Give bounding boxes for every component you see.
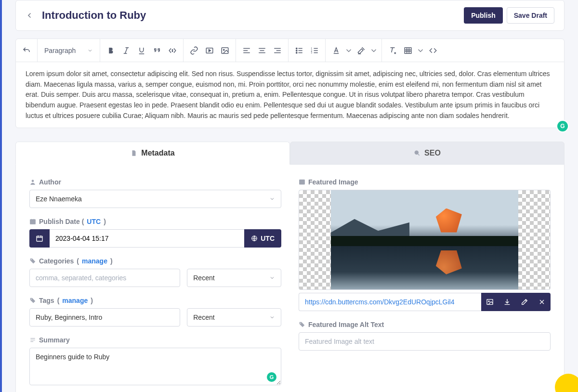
grammarly-icon[interactable]: G bbox=[557, 121, 568, 131]
calendar-button[interactable] bbox=[29, 229, 50, 248]
featured-image-edit-button[interactable] bbox=[516, 293, 533, 311]
clear-format-button[interactable] bbox=[385, 43, 400, 58]
video-button[interactable] bbox=[202, 43, 217, 58]
page-title: Introduction to Ruby bbox=[42, 9, 146, 22]
svg-point-25 bbox=[300, 323, 301, 324]
editor-card: Paragraph 123 bbox=[15, 39, 565, 128]
tags-icon bbox=[29, 258, 36, 264]
categories-input[interactable] bbox=[29, 269, 180, 287]
svg-point-1 bbox=[172, 51, 173, 52]
svg-point-0 bbox=[172, 49, 173, 50]
image-button[interactable] bbox=[218, 43, 232, 58]
utc-link[interactable]: UTC bbox=[87, 218, 101, 225]
publish-date-label: Publish Date ( UTC ) bbox=[29, 218, 281, 225]
svg-rect-13 bbox=[405, 48, 412, 53]
tags-manage-link[interactable]: manage bbox=[62, 297, 88, 304]
header-bar: Introduction to Ruby Publish Save Draft bbox=[15, 0, 565, 31]
publish-date-input[interactable] bbox=[50, 229, 244, 248]
table-button[interactable] bbox=[401, 43, 415, 58]
highlight-button[interactable] bbox=[354, 43, 368, 58]
svg-rect-17 bbox=[37, 236, 42, 242]
svg-point-6 bbox=[296, 50, 297, 51]
block-format-label: Paragraph bbox=[44, 47, 76, 54]
featured-image-label: Featured Image bbox=[299, 178, 551, 186]
svg-text:3: 3 bbox=[311, 52, 313, 54]
italic-button[interactable] bbox=[119, 43, 133, 58]
back-button[interactable] bbox=[26, 12, 33, 19]
editor-toolbar: Paragraph 123 bbox=[16, 39, 564, 62]
source-code-button[interactable] bbox=[426, 43, 440, 58]
tags-input[interactable] bbox=[29, 308, 180, 327]
code-block-button[interactable] bbox=[165, 43, 180, 58]
editor-content-area[interactable]: Lorem ipsum dolor sit amet, consectetur … bbox=[16, 62, 564, 128]
author-value: Eze Nnaemeka bbox=[36, 195, 82, 203]
tab-metadata[interactable]: Metadata bbox=[15, 142, 290, 165]
tags-icon bbox=[29, 297, 36, 304]
svg-point-24 bbox=[488, 301, 489, 302]
text-color-chevron[interactable] bbox=[344, 43, 353, 58]
featured-image-url[interactable]: https://cdn.buttercms.com/Dkvg2EdUROqjpc… bbox=[299, 293, 481, 311]
bold-button[interactable] bbox=[104, 43, 118, 58]
save-draft-button[interactable]: Save Draft bbox=[507, 7, 554, 24]
svg-point-20 bbox=[31, 299, 32, 300]
text-color-button[interactable] bbox=[329, 43, 343, 58]
underline-button[interactable] bbox=[134, 43, 149, 58]
featured-image-alt-input[interactable] bbox=[299, 332, 551, 351]
table-chevron[interactable] bbox=[416, 43, 425, 58]
highlight-chevron[interactable] bbox=[369, 43, 378, 58]
publish-button[interactable]: Publish bbox=[464, 7, 503, 24]
unordered-list-button[interactable] bbox=[292, 43, 306, 58]
tags-label: Tags (manage) bbox=[29, 297, 281, 304]
tab-seo-label: SEO bbox=[424, 149, 441, 157]
link-button[interactable] bbox=[187, 43, 201, 58]
calendar-icon bbox=[29, 218, 36, 225]
featured-image-alt-label: Featured Image Alt Text bbox=[299, 321, 551, 328]
featured-image-download-button[interactable] bbox=[499, 293, 516, 311]
tags-recent-select[interactable]: Recent bbox=[187, 308, 281, 327]
featured-image-replace-button[interactable] bbox=[481, 293, 499, 311]
editor-content-text: Lorem ipsum dolor sit amet, consectetur … bbox=[26, 70, 550, 119]
svg-rect-12 bbox=[358, 53, 361, 54]
search-icon bbox=[414, 150, 420, 157]
summary-label: Summary bbox=[29, 336, 281, 344]
svg-rect-16 bbox=[30, 220, 36, 224]
categories-recent-select[interactable]: Recent bbox=[187, 269, 281, 287]
align-right-button[interactable] bbox=[270, 43, 285, 58]
tab-metadata-label: Metadata bbox=[141, 149, 174, 157]
svg-point-5 bbox=[296, 48, 297, 49]
blockquote-button[interactable] bbox=[150, 43, 164, 58]
file-icon bbox=[131, 150, 137, 157]
image-icon bbox=[299, 179, 305, 185]
svg-point-7 bbox=[296, 52, 297, 53]
svg-point-15 bbox=[32, 180, 34, 183]
categories-label: Categories (manage) bbox=[29, 257, 281, 265]
ordered-list-button[interactable]: 123 bbox=[307, 43, 322, 58]
user-icon bbox=[29, 179, 36, 185]
align-center-button[interactable] bbox=[255, 43, 269, 58]
tab-seo[interactable]: SEO bbox=[290, 142, 565, 165]
svg-point-19 bbox=[31, 260, 32, 261]
summary-textarea[interactable] bbox=[29, 348, 281, 385]
svg-point-14 bbox=[415, 151, 418, 155]
featured-image-preview[interactable] bbox=[299, 190, 551, 290]
list-icon bbox=[29, 337, 36, 343]
utc-button[interactable]: UTC bbox=[244, 229, 281, 248]
featured-image-remove-button[interactable] bbox=[533, 293, 551, 311]
undo-button[interactable] bbox=[19, 43, 34, 58]
svg-point-4 bbox=[223, 49, 224, 50]
svg-rect-11 bbox=[334, 53, 339, 54]
align-left-button[interactable] bbox=[239, 43, 254, 58]
author-select[interactable]: Eze Nnaemeka bbox=[29, 190, 281, 208]
author-label: Author bbox=[29, 178, 281, 186]
categories-manage-link[interactable]: manage bbox=[82, 257, 107, 265]
svg-point-22 bbox=[301, 181, 302, 182]
tag-icon bbox=[299, 321, 305, 328]
block-format-select[interactable]: Paragraph bbox=[40, 47, 97, 54]
